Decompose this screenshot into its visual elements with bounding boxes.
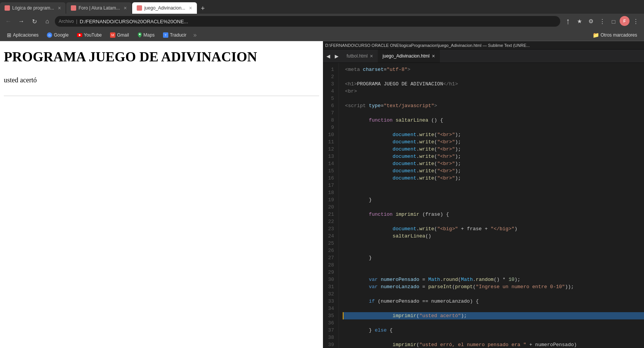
editor-nav-buttons: ◀ ▶ <box>323 50 342 63</box>
line-number-9: 9 <box>323 124 336 131</box>
tab-2-favicon <box>71 5 76 11</box>
code-line-5 <box>345 95 644 102</box>
line-number-20: 20 <box>323 204 336 211</box>
bookmark-gmail-label: Gmail <box>117 32 129 38</box>
nav-actions: ⭡ ★ ⚙ ⋮ □ F ⋮ <box>563 16 641 27</box>
line-number-23: 23 <box>323 225 336 233</box>
new-tab-button[interactable]: + <box>198 3 208 14</box>
bookmark-maps[interactable]: Maps <box>134 32 158 38</box>
tab-2-close[interactable]: × <box>124 5 127 11</box>
bookmark-apps-label: Aplicaciones <box>13 32 38 38</box>
code-line-33: if (numeroPensado == numeroLanzado) { <box>345 298 644 305</box>
tab-3-title: juego_Adivinacion... <box>144 5 185 11</box>
tab-1-close[interactable]: × <box>58 5 61 11</box>
code-line-30: var numeroPensado = Math.round(Math.rand… <box>345 276 644 283</box>
tab-3-close[interactable]: × <box>189 5 192 11</box>
svg-marker-7 <box>138 35 142 38</box>
line-number-12: 12 <box>323 146 336 153</box>
tab-3-favicon <box>137 5 142 11</box>
bookmark-gmail[interactable]: M Gmail <box>107 32 132 38</box>
svg-text:G: G <box>48 34 51 37</box>
bookmark-button[interactable]: ★ <box>574 16 585 27</box>
bookmark-translate[interactable]: T Traducir <box>160 32 190 38</box>
editor-tabs-bar: ◀ ▶ futbol.html × juego_Adivinacion.html… <box>323 50 644 63</box>
tab-1[interactable]: Lógica de program... × <box>0 2 66 14</box>
line-number-36: 36 <box>323 319 336 327</box>
code-line-28 <box>345 261 644 269</box>
home-button[interactable]: ⌂ <box>42 16 53 27</box>
line-number-18: 18 <box>323 189 336 196</box>
editor-tab-adivinacion-close[interactable]: × <box>432 53 435 59</box>
editor-back-button[interactable]: ◀ <box>324 52 332 60</box>
address-bar[interactable]: Archivo | D:/FERNANDO/CURSO%20ORACLE%20O… <box>55 16 560 27</box>
bookmark-apps[interactable]: ⊞ Aplicaciones <box>4 31 42 39</box>
line-number-28: 28 <box>323 261 336 269</box>
svg-text:M: M <box>111 33 114 37</box>
code-line-38 <box>345 334 644 341</box>
code-line-17 <box>345 182 644 189</box>
code-line-6: <script type="text/javascript"> <box>345 102 644 109</box>
google-favicon-icon: G <box>47 32 52 38</box>
tab-1-title: Lógica de program... <box>12 5 54 11</box>
forward-button[interactable]: → <box>16 16 27 27</box>
code-line-3: <h1>PROGRAMA JUEGO DE ADIVINACION</h1> <box>345 80 644 88</box>
tab-2[interactable]: Foro | Alura Latam... × <box>66 2 131 14</box>
line-number-4: 4 <box>323 88 336 95</box>
svg-point-8 <box>139 34 141 35</box>
editor-tab-futbol-close[interactable]: × <box>370 53 373 59</box>
code-content: <meta charset="utf-8"><h1>PROGRAMA JUEGO… <box>339 63 644 348</box>
editor-tab-adivinacion[interactable]: juego_Adivinacion.html × <box>378 50 440 63</box>
editor-tab-futbol[interactable]: futbol.html × <box>342 50 378 63</box>
tab-3[interactable]: juego_Adivinacion... × <box>132 2 197 14</box>
bookmark-google[interactable]: G Google <box>44 32 72 38</box>
code-line-18 <box>345 189 644 196</box>
code-area[interactable]: 1234567891011121314151617181920212223242… <box>323 63 644 348</box>
bookmark-youtube[interactable]: YouTube <box>74 32 105 38</box>
line-number-14: 14 <box>323 160 336 167</box>
code-line-22 <box>345 218 644 225</box>
editor-title-bar: D:\FERNANDO\CURSO ORACLE ONE\logicaProgr… <box>323 41 644 50</box>
gmail-favicon-icon: M <box>110 32 115 38</box>
code-line-36 <box>345 319 644 327</box>
line-number-21: 21 <box>323 211 336 218</box>
menu-button[interactable]: ⋮ <box>630 16 641 27</box>
line-number-29: 29 <box>323 269 336 276</box>
code-line-14: document.write("<br>"); <box>345 160 644 167</box>
grid-button[interactable]: ⋮ <box>597 16 607 27</box>
bookmarks-overflow[interactable]: » <box>193 32 197 38</box>
share-button[interactable]: ⭡ <box>563 16 573 27</box>
window-controls[interactable]: □ <box>608 16 619 27</box>
code-editor: D:\FERNANDO\CURSO ORACLE ONE\logicaProgr… <box>323 41 644 348</box>
editor-forward-button[interactable]: ▶ <box>333 52 340 60</box>
code-line-12: document.write("<br>"); <box>345 146 644 153</box>
page-divider <box>4 96 319 96</box>
line-number-24: 24 <box>323 233 336 240</box>
bookmarks-bar: ⊞ Aplicaciones G Google YouTube M Gmail <box>0 29 644 41</box>
code-line-19: } <box>345 196 644 204</box>
nav-bar: ← → ↻ ⌂ Archivo | D:/FERNANDO/CURSO%20OR… <box>0 14 644 29</box>
extensions-button[interactable]: ⚙ <box>585 16 596 27</box>
line-number-17: 17 <box>323 182 336 189</box>
protocol-label: Archivo <box>59 19 74 24</box>
line-number-11: 11 <box>323 138 336 146</box>
line-number-39: 39 <box>323 341 336 348</box>
line-number-32: 32 <box>323 290 336 298</box>
other-bookmarks[interactable]: 📁 Otros marcadores <box>590 31 640 39</box>
editor-title-text: D:\FERNANDO\CURSO ORACLE ONE\logicaProgr… <box>325 43 530 48</box>
youtube-favicon-icon <box>77 33 82 37</box>
back-button[interactable]: ← <box>3 16 14 27</box>
browser-viewport: PROGRAMA JUEGO DE ADIVINACION usted acer… <box>0 41 323 348</box>
profile-avatar[interactable]: F <box>620 16 630 26</box>
line-number-31: 31 <box>323 283 336 290</box>
code-line-32 <box>345 290 644 298</box>
code-line-29 <box>345 269 644 276</box>
code-line-37: } else { <box>345 327 644 334</box>
reload-button[interactable]: ↻ <box>29 16 40 27</box>
line-number-34: 34 <box>323 305 336 312</box>
code-line-11: document.write("<br>"); <box>345 138 644 146</box>
code-line-25 <box>345 240 644 247</box>
bookmark-youtube-label: YouTube <box>84 32 102 38</box>
code-line-8: function saltarLinea () { <box>345 117 644 124</box>
line-numbers: 1234567891011121314151617181920212223242… <box>323 63 339 348</box>
code-line-13: document.write("<hr>"); <box>345 153 644 160</box>
